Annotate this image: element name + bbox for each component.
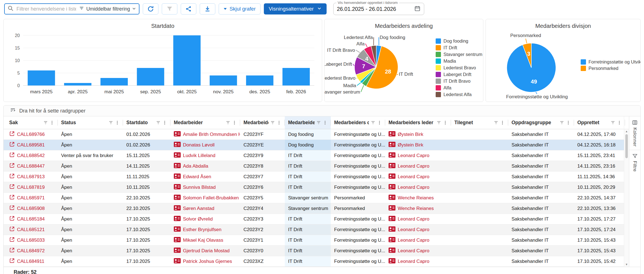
column-header-medarbeiders-d[interactable]: Medarbeiders d... [331,116,385,129]
case-link[interactable]: CALL689766 [17,132,45,137]
person-link[interactable]: Leonard Capro [398,259,429,264]
person-link[interactable]: Leonard Capro [398,248,429,254]
column-header-startdato[interactable]: Startdato [123,116,170,129]
person-link[interactable]: Øystein Birk [398,132,423,137]
cell-sak[interactable]: CALL688447 [4,161,58,171]
column-header-medarbeiders-a[interactable]: Medarbeiders a... [285,116,331,129]
table-row[interactable]: CALL685033Åpen17.10.2025Mikael Kaj Olava… [4,235,624,246]
case-link[interactable]: CALL684972 [17,248,45,254]
table-row[interactable]: CALL687913Åpen11.11.2025Edward ÅsenC2023… [4,172,624,182]
vertical-scrollbar[interactable]: ▲ ▼ [624,116,629,267]
cell-sak[interactable]: CALL685033 [4,235,58,245]
bar-nov-2025[interactable] [210,75,237,85]
person-link[interactable]: Gjertrud Daria Mostad [183,248,230,254]
column-filter-icon[interactable] [226,120,230,125]
column-header-medarbeider[interactable]: Medarbeider [170,116,240,129]
column-header-status[interactable]: Status [58,116,123,129]
person-link[interactable]: Amalie Brith Ommundsen Hals [183,132,240,137]
person-link[interactable]: Patrick Joshua Gjernes [183,259,232,264]
bar-feb-2026[interactable] [283,68,310,85]
column-filter-icon[interactable] [494,120,498,125]
bar-des-2025[interactable] [246,75,273,85]
table-row[interactable]: CALL685121Åpen17.10.2025Esther Brynjulfs… [4,224,624,235]
person-link[interactable]: Leonard Capro [398,238,429,243]
column-menu-icon[interactable] [162,120,167,125]
cell-sak[interactable]: CALL685184 [4,214,58,224]
column-filter-icon[interactable] [611,120,615,125]
search-input[interactable] [16,6,77,12]
person-link[interactable]: Wenche Reianes [398,195,434,201]
table-row[interactable]: CALL688447Åpen14.11.2025Ada AbdallaC2023… [4,161,624,172]
case-link[interactable]: CALL688542 [17,153,45,158]
person-link[interactable]: Edward Åsen [183,174,211,180]
case-link[interactable]: CALL685908 [17,206,45,211]
person-link[interactable]: Leonard Capro [398,174,429,180]
hide-charts-button[interactable]: Skjul grafer [219,3,261,14]
cell-sak[interactable]: CALL687819 [4,182,58,192]
column-header-medarbeiders-i[interactable]: Medarbeiders i... [240,116,285,129]
column-menu-icon[interactable] [500,120,505,125]
person-link[interactable]: Donatas Løvoll [183,142,214,148]
person-link[interactable]: Mikael Kaj Olavass [183,238,223,243]
person-link[interactable]: Leonard Capro [398,227,429,233]
person-link[interactable]: Søren Aanstad [183,206,214,211]
cell-sak[interactable]: CALL685908 [4,203,58,214]
cell-sak[interactable]: CALL689581 [4,140,58,150]
table-row[interactable]: CALL688542Venter på svar fra bruker15.11… [4,150,624,161]
scroll-down-icon[interactable]: ▼ [625,262,628,267]
table-row[interactable]: CALL687819Åpen10.11.2025Sunniva BilstadC… [4,182,624,193]
column-menu-icon[interactable] [323,120,327,125]
person-link[interactable]: Øystein Birk [398,142,423,148]
person-link[interactable]: Leonard Capro [398,185,429,190]
open-case-icon[interactable] [9,163,15,170]
cell-sak[interactable]: CALL688542 [4,150,58,161]
cell-sak[interactable]: CALL684972 [4,246,58,256]
open-case-icon[interactable] [9,141,15,148]
open-case-icon[interactable] [9,237,15,244]
person-link[interactable]: Esther Brynjulfsen [183,227,221,233]
column-menu-icon[interactable] [277,120,281,125]
open-case-icon[interactable] [9,184,15,191]
date-range-field[interactable]: Vis henvendelser opprettet i tidsrom 26.… [333,3,424,15]
search-box[interactable]: Umiddelbar filtrering [4,3,139,14]
column-header-oppdragsgruppe[interactable]: Oppdragsgruppe [508,116,574,129]
bar-mai-2025[interactable] [100,78,128,85]
case-link[interactable]: CALL688447 [17,163,45,169]
case-link[interactable]: CALL687913 [17,174,45,180]
table-row[interactable]: CALL684972Åpen17.10.2025Gjertrud Daria M… [4,246,624,256]
case-link[interactable]: CALL685121 [17,227,45,233]
cell-sak[interactable]: CALL687913 [4,172,58,182]
table-row[interactable]: CALL685184Åpen17.10.2025Solvor ØvrelidC2… [4,214,624,224]
column-filter-icon[interactable] [559,120,564,125]
person-link[interactable]: Leonard Capro [398,163,429,169]
row-group-dropzone[interactable]: Dra hit for å sette radgrupper [4,106,640,116]
case-link[interactable]: CALL689581 [17,142,45,148]
bar-okt-2025[interactable] [173,35,201,85]
open-case-icon[interactable] [9,173,15,180]
open-case-icon[interactable] [9,216,15,222]
column-menu-icon[interactable] [50,120,54,125]
column-header-opprettet[interactable]: Opprettet [574,116,625,129]
person-link[interactable]: Sunniva Bilstad [183,185,216,190]
column-header-medarbeiders-leder[interactable]: Medarbeiders leder [385,116,451,129]
open-case-icon[interactable] [9,131,15,138]
table-row[interactable]: CALL685971Åpen22.10.2025Solomon Fallet-B… [4,193,624,203]
open-case-icon[interactable] [9,226,15,233]
cell-sak[interactable]: CALL685971 [4,193,58,203]
column-menu-icon[interactable] [232,120,237,125]
column-menu-icon[interactable] [443,120,448,125]
person-link[interactable]: Ludvik Lilleland [183,153,215,158]
column-menu-icon[interactable] [617,120,622,125]
column-header-tilegnet[interactable]: Tilegnet [451,116,508,129]
column-filter-icon[interactable] [156,120,161,125]
column-filter-icon[interactable] [371,120,375,125]
column-menu-icon[interactable] [377,120,382,125]
case-link[interactable]: CALL684911 [17,259,44,264]
column-filter-icon[interactable] [270,120,275,125]
column-menu-icon[interactable] [115,120,120,125]
person-link[interactable]: Leonard Capro [398,216,429,222]
scroll-up-icon[interactable]: ▲ [625,129,628,134]
open-case-icon[interactable] [9,152,15,159]
person-link[interactable]: Solomon Fallet-Brubakken [183,195,239,201]
case-link[interactable]: CALL687819 [17,185,45,190]
